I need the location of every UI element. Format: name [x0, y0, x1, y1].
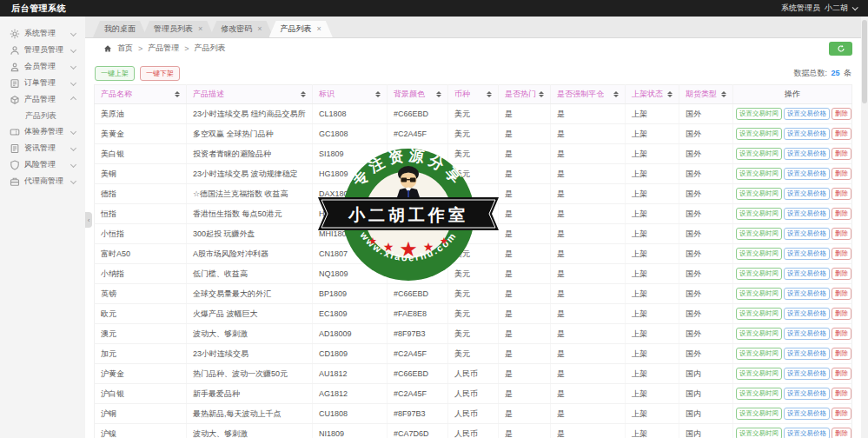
delete-button[interactable]: 删除 [832, 148, 851, 160]
delete-button[interactable]: 删除 [832, 188, 851, 200]
scrollbar-thumb[interactable] [862, 20, 867, 103]
tab-1[interactable]: 管理员列表× [142, 21, 214, 37]
sidebar-item-2[interactable]: 会员管理 [0, 58, 85, 75]
set-trade-time-button[interactable]: 设置交易时间 [736, 148, 782, 160]
delete-button[interactable]: 删除 [832, 408, 851, 420]
sidebar-item-5[interactable]: 体验券管理 [0, 123, 85, 140]
close-icon[interactable]: × [317, 25, 321, 33]
breadcrumb-item[interactable]: 产品管理 [148, 43, 179, 54]
column-header-2[interactable]: 标识 [313, 85, 388, 104]
delete-button[interactable]: 删除 [832, 108, 851, 120]
tab-0[interactable]: 我的桌面 [93, 21, 147, 37]
set-trade-time-button[interactable]: 设置交易时间 [736, 128, 782, 140]
sidebar-item-0[interactable]: 系统管理 [0, 25, 85, 42]
set-trade-time-button[interactable]: 设置交易时间 [736, 348, 782, 360]
batch-on-shelf-button[interactable]: 一键上架 [95, 66, 135, 81]
delete-button[interactable]: 删除 [832, 368, 851, 380]
set-trade-time-button[interactable]: 设置交易时间 [736, 268, 782, 280]
cell-is-hot: 是 [499, 104, 551, 124]
delete-button[interactable]: 删除 [832, 168, 851, 180]
sort-icon[interactable] [613, 91, 619, 97]
close-icon[interactable]: × [198, 25, 202, 33]
cell-shelf-status: 上架 [626, 404, 679, 424]
set-trade-time-button[interactable]: 设置交易时间 [736, 308, 782, 320]
delete-button[interactable]: 删除 [832, 268, 851, 280]
delete-button[interactable]: 删除 [832, 308, 851, 320]
refresh-button[interactable] [829, 42, 852, 56]
set-trade-price-button[interactable]: 设置交易价格 [784, 348, 830, 360]
set-trade-time-button[interactable]: 设置交易时间 [736, 408, 782, 420]
sort-icon[interactable] [667, 91, 673, 97]
column-header-4[interactable]: 币种 [448, 85, 499, 104]
tab-3[interactable]: 产品列表× [269, 21, 333, 37]
set-trade-price-button[interactable]: 设置交易价格 [784, 328, 830, 340]
column-header-0[interactable]: 产品名称 [95, 85, 187, 104]
set-trade-time-button[interactable]: 设置交易时间 [736, 188, 782, 200]
set-trade-price-button[interactable]: 设置交易价格 [784, 408, 830, 420]
delete-button[interactable]: 删除 [832, 248, 851, 260]
delete-button[interactable]: 删除 [832, 428, 851, 438]
scrollbar-track[interactable] [861, 17, 868, 438]
user-menu[interactable]: 系统管理员 小二胡 [781, 3, 857, 14]
set-trade-price-button[interactable]: 设置交易价格 [784, 168, 830, 180]
sort-icon[interactable] [487, 91, 492, 97]
sidebar-collapse-handle[interactable]: ‹ [85, 212, 92, 228]
column-header-6[interactable]: 是否强制平仓 [551, 85, 626, 104]
set-trade-price-button[interactable]: 设置交易价格 [784, 288, 830, 300]
sidebar-item-7[interactable]: 风险管理 [0, 156, 85, 173]
set-trade-price-button[interactable]: 设置交易价格 [784, 308, 830, 320]
set-trade-time-button[interactable]: 设置交易时间 [736, 388, 782, 400]
breadcrumb-item[interactable]: 产品列表 [195, 43, 226, 54]
tab-2[interactable]: 修改密码× [209, 21, 273, 37]
sort-icon[interactable] [175, 91, 180, 97]
batch-off-shelf-button[interactable]: 一键下架 [140, 66, 180, 81]
set-trade-price-button[interactable]: 设置交易价格 [784, 188, 830, 200]
set-trade-price-button[interactable]: 设置交易价格 [784, 268, 830, 280]
set-trade-time-button[interactable]: 设置交易时间 [736, 368, 782, 380]
set-trade-time-button[interactable]: 设置交易时间 [736, 248, 782, 260]
column-header-7[interactable]: 上架状态 [626, 85, 679, 104]
sort-icon[interactable] [301, 91, 306, 97]
set-trade-time-button[interactable]: 设置交易时间 [736, 328, 782, 340]
set-trade-time-button[interactable]: 设置交易时间 [736, 228, 782, 240]
set-trade-price-button[interactable]: 设置交易价格 [784, 148, 830, 160]
product-table: 产品名称产品描述标识背景颜色币种是否热门是否强制平仓上架状态期货类型操作 美原油… [94, 84, 852, 438]
sort-icon[interactable] [721, 91, 726, 97]
set-trade-price-button[interactable]: 设置交易价格 [784, 108, 830, 120]
sort-icon[interactable] [539, 91, 544, 97]
set-trade-price-button[interactable]: 设置交易价格 [784, 368, 830, 380]
close-icon[interactable]: × [257, 25, 262, 33]
column-header-5[interactable]: 是否热门 [499, 85, 551, 104]
sort-icon[interactable] [375, 91, 381, 97]
sidebar-item-6[interactable]: 资讯管理 [0, 140, 85, 156]
sidebar-item-4[interactable]: 产品管理 [0, 91, 85, 108]
sidebar-item-1[interactable]: 管理员管理 [0, 42, 85, 58]
set-trade-time-button[interactable]: 设置交易时间 [736, 288, 782, 300]
column-header-1[interactable]: 产品描述 [187, 85, 313, 104]
set-trade-price-button[interactable]: 设置交易价格 [784, 428, 830, 438]
sidebar-item-3[interactable]: 订单管理 [0, 75, 85, 91]
delete-button[interactable]: 删除 [832, 128, 851, 140]
set-trade-time-button[interactable]: 设置交易时间 [736, 428, 782, 438]
set-trade-price-button[interactable]: 设置交易价格 [784, 228, 830, 240]
sort-icon[interactable] [436, 91, 441, 97]
delete-button[interactable]: 删除 [832, 228, 851, 240]
column-header-8[interactable]: 期货类型 [679, 85, 733, 104]
delete-button[interactable]: 删除 [832, 388, 851, 400]
sidebar-subitem-4-0[interactable]: 产品列表 [0, 108, 85, 123]
sidebar-item-8[interactable]: 代理商管理 [0, 173, 85, 189]
cell-product-name: 美原油 [95, 104, 187, 124]
set-trade-time-button[interactable]: 设置交易时间 [736, 168, 782, 180]
set-trade-price-button[interactable]: 设置交易价格 [784, 208, 830, 220]
breadcrumb-home[interactable]: 首页 [117, 43, 133, 54]
column-header-3[interactable]: 背景颜色 [388, 85, 448, 104]
delete-button[interactable]: 删除 [832, 328, 851, 340]
delete-button[interactable]: 删除 [832, 288, 851, 300]
delete-button[interactable]: 删除 [832, 348, 851, 360]
set-trade-time-button[interactable]: 设置交易时间 [736, 108, 782, 120]
delete-button[interactable]: 删除 [832, 208, 851, 220]
set-trade-price-button[interactable]: 设置交易价格 [784, 388, 830, 400]
set-trade-time-button[interactable]: 设置交易时间 [736, 208, 782, 220]
set-trade-price-button[interactable]: 设置交易价格 [784, 248, 830, 260]
set-trade-price-button[interactable]: 设置交易价格 [784, 128, 830, 140]
